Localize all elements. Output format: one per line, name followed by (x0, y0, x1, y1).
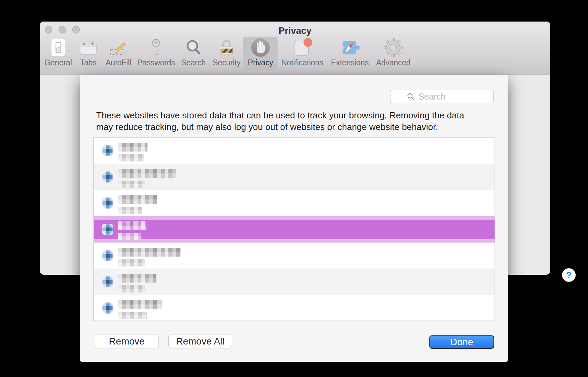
extensions-puzzle-icon (340, 38, 360, 57)
done-button[interactable]: Done (429, 335, 494, 349)
website-name-redacted (118, 143, 148, 152)
toolbar-item-tabs[interactable]: Tabs (74, 37, 102, 70)
notifications-badge-icon (292, 38, 312, 57)
toolbar-label: Advanced (376, 58, 411, 67)
website-row[interactable] (94, 138, 495, 164)
search-icon (407, 92, 415, 101)
search-input[interactable] (418, 91, 477, 102)
toolbar-item-security[interactable]: Security (208, 37, 245, 70)
toolbar-label: Notifications (281, 58, 323, 67)
description-line-2: may reduce tracking, but may also log yo… (96, 121, 497, 133)
website-row[interactable] (94, 216, 495, 243)
general-switch-icon (49, 38, 68, 57)
toolbar-label: Tabs (80, 58, 97, 67)
toolbar-label: General (44, 58, 72, 67)
website-data-type-redacted (118, 312, 147, 319)
website-name-redacted (118, 221, 146, 230)
website-data-type-redacted (118, 233, 141, 240)
toolbar-item-notifications[interactable]: Notifications (277, 37, 328, 70)
website-data-type-redacted (118, 181, 145, 188)
toolbar-label: Search (181, 58, 206, 67)
autofill-pencil-icon (109, 38, 128, 57)
toolbar-item-general[interactable]: General (40, 37, 76, 70)
website-data-type-redacted (118, 259, 145, 266)
website-name-redacted (118, 300, 162, 309)
titlebar-toolbar: Privacy General (40, 22, 550, 75)
website-favicon-pixelated (102, 276, 113, 287)
website-row[interactable] (94, 190, 495, 216)
website-data-type-redacted (118, 154, 144, 161)
website-data-type-redacted (118, 207, 142, 214)
website-favicon-pixelated (102, 197, 113, 209)
toolbar-label: Privacy (248, 58, 273, 67)
toolbar-item-advanced[interactable]: Advanced (372, 37, 415, 70)
toolbar-item-extensions[interactable]: Extensions (327, 37, 373, 70)
passwords-key-icon (146, 38, 166, 57)
website-row[interactable] (94, 243, 495, 269)
website-name-redacted (118, 274, 156, 283)
remove-all-button[interactable]: Remove All (168, 335, 232, 348)
advanced-gear-icon (384, 38, 403, 57)
toolbar-item-privacy[interactable]: Privacy (243, 37, 278, 70)
toolbar-label: Extensions (331, 58, 369, 67)
search-magnifier-icon (184, 38, 203, 57)
desktop: { "window": { "title": "Privacy" }, "too… (0, 0, 588, 377)
toolbar-label: Passwords (137, 58, 175, 67)
website-favicon-pixelated (102, 224, 113, 235)
tabs-window-icon (79, 38, 98, 57)
website-favicon-pixelated (102, 302, 113, 314)
website-name-redacted (118, 248, 181, 257)
website-name-redacted (118, 169, 176, 178)
window-title: Privacy (40, 26, 550, 36)
privacy-website-data-sheet: These websites have stored data that can… (80, 75, 508, 362)
sheet-description: These websites have stored data that can… (96, 109, 497, 133)
website-favicon-pixelated (102, 145, 113, 156)
privacy-hand-icon (251, 38, 270, 57)
toolbar-item-autofill[interactable]: AutoFill (101, 37, 136, 70)
toolbar-label: AutoFill (105, 58, 131, 67)
website-data-type-redacted (118, 285, 145, 292)
website-favicon-pixelated (102, 171, 113, 183)
website-name-redacted (118, 195, 157, 204)
website-row[interactable] (94, 164, 495, 190)
security-lock-icon (217, 38, 236, 57)
toolbar-item-search[interactable]: Search (177, 37, 210, 70)
website-data-list[interactable] (93, 137, 495, 321)
website-favicon-pixelated (102, 250, 113, 261)
toolbar-item-passwords[interactable]: Passwords (133, 37, 180, 70)
remove-button[interactable]: Remove (95, 335, 159, 348)
website-row[interactable] (94, 295, 495, 321)
description-line-1: These websites have stored data that can… (96, 109, 497, 121)
website-row[interactable] (94, 269, 495, 295)
toolbar-label: Security (213, 58, 240, 67)
help-button[interactable]: ? (562, 268, 576, 282)
search-field[interactable] (390, 90, 494, 103)
